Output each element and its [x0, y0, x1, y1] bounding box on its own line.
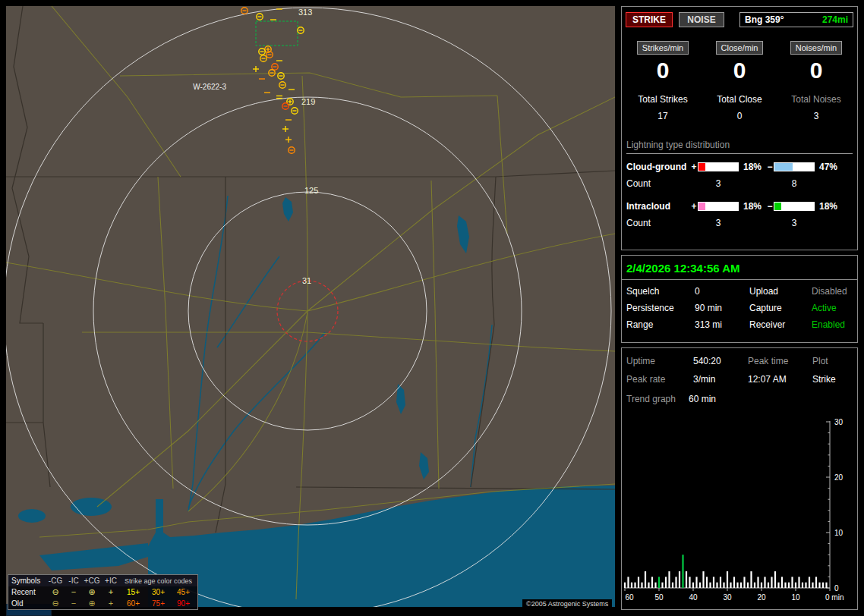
peak-time-value: 12:07 AM: [748, 374, 812, 385]
distance-value: 274mi: [822, 14, 848, 25]
rate-columns: Strikes/min 0 Total Strikes 17 Close/min…: [625, 41, 854, 121]
trend-panel: Uptime 540:20 Peak time Plot Peak rate 3…: [621, 347, 858, 610]
strikes-column: Strikes/min 0 Total Strikes 17: [625, 41, 701, 121]
age-90: 90+: [171, 599, 196, 608]
squelch-label: Squelch: [626, 286, 695, 297]
svg-text:10: 10: [834, 529, 844, 537]
capture-status: Active: [812, 303, 857, 313]
persistence-value: 90 min: [695, 303, 749, 313]
strikes-per-min-value: 0: [657, 59, 670, 82]
svg-text:40: 40: [689, 593, 698, 602]
total-close-value: 0: [737, 111, 743, 121]
svg-text:20: 20: [834, 473, 844, 482]
status-row: Squelch 0 Upload Disabled: [626, 286, 857, 297]
total-noises-label: Total Noises: [791, 94, 840, 105]
svg-text:10: 10: [791, 593, 800, 602]
plus-sign: +: [690, 162, 698, 172]
svg-text:0 min: 0 min: [825, 593, 844, 602]
cg-plus-bar: [698, 162, 739, 171]
recent-ncg-icon: ⊖: [46, 588, 65, 596]
map-svg: 313 219 125 31 W-2622-3: [6, 6, 615, 607]
total-close-label: Total Close: [717, 94, 762, 105]
bearing-box: Bng 359° 274mi: [739, 12, 853, 27]
age-30: 30+: [146, 588, 171, 596]
sidebar: STRIKE NOISE Bng 359° 274mi Strikes/min …: [621, 0, 859, 616]
minus-sign: −: [766, 162, 774, 172]
copyright: ©2005 Astrogenic Systems: [522, 599, 612, 608]
persistence-label: Persistence: [626, 303, 695, 313]
uptime-label: Uptime: [626, 356, 693, 366]
range-label: Range: [626, 319, 695, 330]
bearing-value: Bng 359°: [745, 14, 784, 25]
trend-graph: 30 20 10 0 60 50 40 30 20 10 0 min: [623, 415, 857, 608]
svg-text:219: 219: [301, 97, 315, 106]
svg-text:0: 0: [834, 584, 839, 592]
age-15: 15+: [121, 588, 146, 596]
legend-panel: Symbols -CG -IC +CG +IC Strike age color…: [8, 574, 198, 610]
trend-window-value: 60 min: [689, 394, 857, 404]
recent-pcg-icon: ⊕: [83, 588, 101, 596]
old-pic-icon: +: [101, 599, 121, 608]
receiver-status: Enabled: [812, 319, 857, 330]
trend-x-labels: 60 50 40 30 20 10 0 min: [625, 593, 844, 602]
cg-minus-pct: 47%: [815, 162, 842, 172]
app-window: 313 219 125 31 W-2622-3 Symbols -CG -IC …: [0, 0, 864, 616]
legend-header-pic: +IC: [101, 577, 121, 585]
status-row: Range 313 mi Receiver Enabled: [626, 319, 857, 330]
squelch-value: 0: [695, 286, 749, 297]
cg-minus-bar: [774, 162, 815, 171]
svg-text:50: 50: [654, 593, 664, 602]
peak-rate-label: Peak rate: [626, 374, 693, 385]
old-pcg-icon: ⊕: [83, 599, 101, 608]
uptime-row: Uptime 540:20 Peak time Plot: [626, 356, 857, 366]
trend-graph-label: Trend graph: [626, 394, 689, 404]
ic-minus-bar: [774, 202, 815, 211]
intracloud-count-row: Count 3 3: [626, 218, 857, 228]
old-nic-icon: −: [65, 599, 83, 608]
ic-minus-pct: 18%: [815, 201, 842, 212]
legend-header-nic: -IC: [65, 577, 83, 585]
svg-text:60: 60: [625, 593, 634, 602]
svg-text:313: 313: [298, 8, 312, 17]
legend-header-age: Strike age color codes: [121, 577, 196, 585]
total-noises-value: 3: [814, 111, 819, 121]
ic-plus-pct: 18%: [739, 201, 766, 212]
cg-plus-pct: 18%: [739, 162, 766, 172]
svg-text:30: 30: [723, 593, 732, 602]
peak-time-label: Peak time: [748, 356, 812, 366]
age-75: 75+: [146, 599, 171, 608]
strikes-per-min-label: Strikes/min: [637, 41, 689, 55]
cg-minus-count: 8: [774, 178, 815, 189]
cloud-ground-row: Cloud-ground + 18% − 47%: [626, 162, 857, 172]
noise-button[interactable]: NOISE: [679, 12, 724, 27]
mode-button-row: STRIKE NOISE Bng 359° 274mi: [626, 12, 853, 27]
ic-plus-bar: [698, 202, 739, 211]
trend-axes: [625, 421, 830, 591]
total-strikes-label: Total Strikes: [638, 94, 687, 105]
recent-pic-icon: +: [101, 588, 121, 596]
old-ncg-icon: ⊖: [46, 599, 65, 608]
storm-cell-label: W-2622-3: [193, 83, 226, 91]
age-45: 45+: [171, 588, 196, 596]
strike-button[interactable]: STRIKE: [626, 12, 673, 27]
intracloud-label: Intracloud: [626, 201, 690, 212]
legend-row-old: Old ⊖ − ⊕ + 60+ 75+ 90+: [8, 598, 197, 609]
noises-per-min-value: 0: [810, 59, 823, 82]
count-label: Count: [626, 218, 690, 228]
receiver-label: Receiver: [749, 319, 812, 330]
svg-text:125: 125: [304, 186, 318, 195]
capture-label: Capture: [749, 303, 812, 313]
strike-stats-panel: STRIKE NOISE Bng 359° 274mi Strikes/min …: [621, 6, 858, 250]
divider: [622, 279, 857, 280]
trend-y-labels: 30 20 10 0: [834, 418, 844, 592]
legend-header-ncg: -CG: [46, 577, 65, 585]
datetime: 2/4/2026 12:34:56 AM: [626, 262, 853, 275]
peak-rate-row: Peak rate 3/min 12:07 AM Strike: [626, 374, 857, 385]
plot-label: Plot: [812, 356, 857, 366]
legend-header-symbols: Symbols: [8, 577, 46, 585]
upload-status: Disabled: [812, 286, 857, 297]
svg-text:30: 30: [834, 418, 844, 426]
close-per-min-label: Close/min: [716, 41, 764, 55]
svg-text:31: 31: [302, 276, 311, 285]
map-view[interactable]: 313 219 125 31 W-2622-3 Symbols -CG -IC …: [6, 6, 615, 607]
